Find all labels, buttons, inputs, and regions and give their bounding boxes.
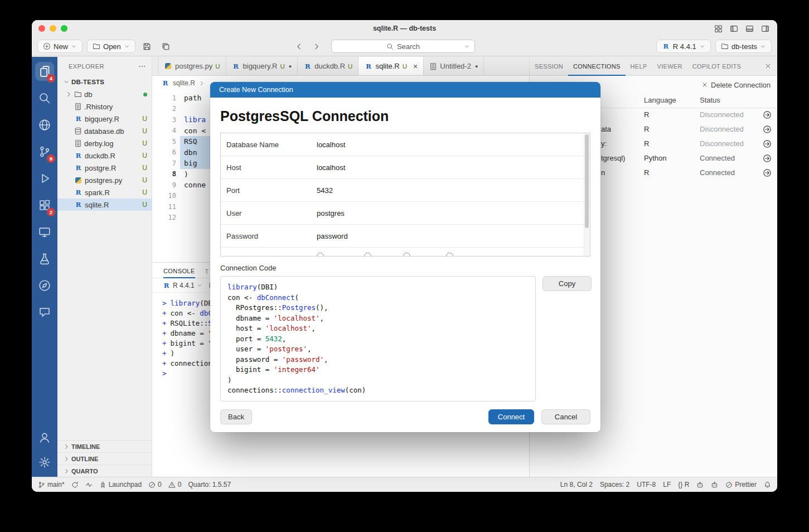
- explorer-item-postgres.py[interactable]: postgres.pyU: [57, 174, 152, 186]
- explorer-item-spark.R[interactable]: Rspark.RU: [57, 186, 152, 199]
- section-quarto[interactable]: QUARTO: [57, 465, 152, 477]
- explorer-item-.Rhistory[interactable]: .Rhistory: [57, 100, 152, 113]
- editor-tab-duckdb.R[interactable]: Rduckdb.RU: [298, 57, 359, 75]
- tab-terminal-partial[interactable]: T: [205, 268, 209, 278]
- open-connection-icon[interactable]: [763, 168, 772, 177]
- eol-indicator[interactable]: LF: [663, 481, 671, 489]
- line-number: 3: [152, 116, 176, 124]
- copilot-b-button[interactable]: [711, 481, 718, 489]
- panel-tab-session[interactable]: SESSION: [530, 57, 568, 76]
- open-connection-icon[interactable]: [763, 125, 772, 134]
- language-mode[interactable]: {} R: [678, 481, 689, 489]
- quarto-version[interactable]: Quarto: 1.5.57: [188, 481, 231, 489]
- save-all-button[interactable]: [159, 40, 173, 53]
- tab-console[interactable]: CONSOLE: [163, 268, 195, 278]
- field-value[interactable]: localhost: [317, 141, 345, 149]
- r-session-selector[interactable]: R R 4.4.1: [656, 40, 711, 53]
- back-button[interactable]: Back: [220, 409, 252, 424]
- activitybar-globe-button[interactable]: [32, 112, 57, 138]
- cancel-button[interactable]: Cancel: [541, 409, 590, 424]
- activitybar-gear-button[interactable]: [32, 450, 57, 475]
- panel-tab-copilot-edits[interactable]: COPILOT EDITS: [687, 57, 746, 76]
- zoom-window-button[interactable]: [61, 25, 67, 32]
- panel-tab-help[interactable]: HELP: [626, 57, 652, 76]
- window-grid-icon[interactable]: [714, 25, 723, 33]
- errors-indicator[interactable]: 0: [148, 481, 162, 489]
- activity-button[interactable]: [85, 481, 93, 489]
- activitybar-source-control-button[interactable]: 9: [32, 138, 57, 165]
- close-panel-icon[interactable]: [764, 62, 772, 70]
- section-timeline[interactable]: TIMELINE: [57, 440, 152, 452]
- editor-tab-bigquery.R[interactable]: Rbigquery.RU●: [226, 57, 298, 75]
- scrollbar-thumb[interactable]: [585, 134, 589, 228]
- more-actions-icon[interactable]: [138, 62, 146, 70]
- console-r-session[interactable]: R R 4.4.1: [162, 282, 202, 289]
- open-connection-icon[interactable]: [763, 154, 772, 163]
- activitybar-account-button[interactable]: [32, 425, 57, 450]
- radio-button-icon[interactable]: [317, 253, 324, 257]
- close-tab-icon[interactable]: ×: [413, 62, 418, 70]
- open-button[interactable]: Open: [87, 40, 135, 53]
- save-button[interactable]: [140, 40, 154, 53]
- radio-button-icon[interactable]: [364, 253, 371, 257]
- panel-tab-viewer[interactable]: VIEWER: [652, 57, 687, 76]
- activitybar-compass-button[interactable]: [32, 272, 57, 299]
- indentation[interactable]: Spaces: 2: [600, 481, 629, 489]
- search-input[interactable]: Search: [331, 40, 475, 53]
- activitybar-search-button[interactable]: [32, 85, 57, 112]
- workspace-selector[interactable]: db-tests: [715, 40, 772, 53]
- explorer-item-sqlite.R[interactable]: Rsqlite.RU: [57, 199, 152, 211]
- warnings-indicator[interactable]: 0: [168, 481, 182, 489]
- activitybar-extensions-button[interactable]: 2: [32, 192, 57, 219]
- launchpad-button[interactable]: Launchpad: [99, 481, 142, 489]
- close-window-button[interactable]: [38, 25, 45, 32]
- layout-sidebar-right-icon[interactable]: [761, 25, 769, 33]
- field-value[interactable]: password: [317, 232, 348, 240]
- notifications-bell[interactable]: [764, 481, 771, 489]
- new-button[interactable]: New: [37, 40, 83, 53]
- explorer-root-folder[interactable]: DB-TESTS: [57, 76, 152, 88]
- minimize-window-button[interactable]: [50, 25, 56, 32]
- open-connection-icon[interactable]: [763, 110, 772, 119]
- section-outline[interactable]: OUTLINE: [57, 452, 152, 465]
- activitybar-files-button[interactable]: 4: [32, 58, 57, 85]
- panel-tab-connections[interactable]: CONNECTIONS: [568, 57, 626, 76]
- delete-connection-button[interactable]: Delete Connection: [711, 81, 771, 89]
- explorer-item-database.db[interactable]: database.dbU: [57, 125, 152, 137]
- cursor-position[interactable]: Ln 8, Col 2: [560, 481, 593, 489]
- radio-button-icon[interactable]: [403, 253, 410, 257]
- open-connection-icon[interactable]: [763, 139, 772, 148]
- dialog-titlebar[interactable]: Create New Connection: [210, 82, 600, 98]
- editor-tab-sqlite.R[interactable]: Rsqlite.RU×: [359, 57, 424, 75]
- activitybar-feedback-button[interactable]: [32, 299, 57, 326]
- forward-button[interactable]: [312, 42, 321, 51]
- copilot-a-button[interactable]: [696, 481, 704, 489]
- radio-button-icon[interactable]: [446, 253, 453, 257]
- field-value[interactable]: localhost: [317, 163, 345, 172]
- branch-indicator[interactable]: main*: [38, 481, 65, 489]
- back-button[interactable]: [295, 42, 303, 51]
- copy-button[interactable]: Copy: [542, 276, 592, 291]
- explorer-item-bigquery.R[interactable]: Rbigquery.RU: [57, 113, 152, 125]
- explorer-item-derby.log[interactable]: derby.logU: [57, 137, 152, 149]
- field-value[interactable]: 5432: [317, 186, 333, 195]
- encoding[interactable]: UTF-8: [637, 481, 656, 489]
- form-scrollbar[interactable]: [584, 133, 590, 256]
- explorer-item-duckdb.R[interactable]: Rduckdb.RU: [57, 149, 152, 162]
- field-label: Host: [221, 163, 317, 172]
- activitybar-devices-button[interactable]: [32, 219, 57, 245]
- code-line: ): [227, 375, 529, 386]
- field-value[interactable]: postgres: [317, 209, 345, 217]
- editor-tab-postgres.py[interactable]: postgres.pyU: [158, 57, 226, 75]
- explorer-item-db[interactable]: db: [57, 88, 152, 100]
- editor-tab-Untitled-2[interactable]: Untitled-2●: [424, 57, 484, 75]
- connect-button[interactable]: Connect: [488, 409, 534, 424]
- activitybar-run-button[interactable]: [32, 165, 57, 192]
- activitybar-beaker-button[interactable]: [32, 245, 57, 272]
- titlebar[interactable]: sqlite.R — db-tests: [32, 20, 777, 37]
- layout-sidebar-left-icon[interactable]: [730, 25, 738, 33]
- prettier-indicator[interactable]: Prettier: [725, 481, 757, 489]
- explorer-item-postgre.R[interactable]: Rpostgre.RU: [57, 162, 152, 174]
- layout-panel-bottom-icon[interactable]: [745, 25, 754, 33]
- sync-button[interactable]: [71, 481, 79, 489]
